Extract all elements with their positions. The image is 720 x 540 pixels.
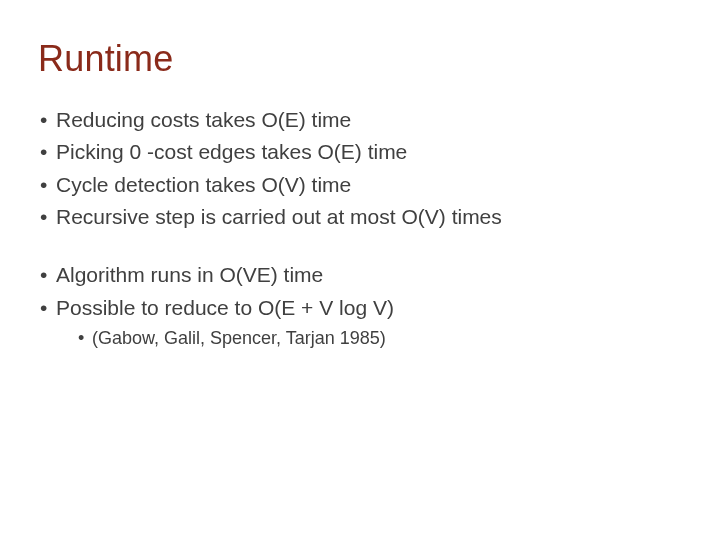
bullet-item: Recursive step is carried out at most O(… <box>38 203 682 231</box>
slide-title: Runtime <box>38 38 682 80</box>
bullet-text: Possible to reduce to O(E + V log V) <box>56 296 394 319</box>
bullet-item: Algorithm runs in O(VE) time <box>38 261 682 289</box>
slide: Runtime Reducing costs takes O(E) time P… <box>0 0 720 540</box>
bullet-group-2: Algorithm runs in O(VE) time Possible to… <box>38 261 682 350</box>
spacer <box>38 235 682 261</box>
bullet-item: Cycle detection takes O(V) time <box>38 171 682 199</box>
sub-bullet-item: (Gabow, Galil, Spencer, Tarjan 1985) <box>78 326 682 350</box>
bullet-item: Possible to reduce to O(E + V log V) (Ga… <box>38 294 682 351</box>
bullet-item: Reducing costs takes O(E) time <box>38 106 682 134</box>
bullet-item: Picking 0 -cost edges takes O(E) time <box>38 138 682 166</box>
bullet-group-1: Reducing costs takes O(E) time Picking 0… <box>38 106 682 231</box>
sub-bullet-group: (Gabow, Galil, Spencer, Tarjan 1985) <box>56 326 682 350</box>
